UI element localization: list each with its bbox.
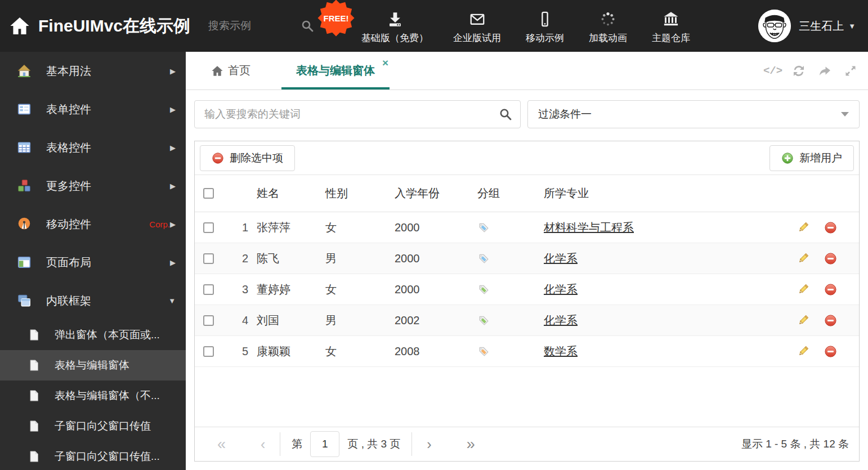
search-icon[interactable] [499, 108, 512, 121]
filter-select[interactable]: 过滤条件一 [527, 100, 860, 128]
row-checkbox[interactable] [203, 222, 214, 233]
cell-name: 张萍萍 [248, 220, 319, 235]
cell-name: 董婷婷 [248, 282, 319, 297]
records-summary: 显示 1 - 5 条 , 共 12 条 [741, 437, 849, 451]
chevron-right-icon: ▶ [170, 67, 176, 75]
table-row: 5 康颖颖 女 2008 数学系 [195, 336, 859, 367]
table-empty-area [195, 367, 859, 427]
select-all-checkbox[interactable] [203, 188, 214, 199]
edit-icon[interactable] [797, 252, 809, 265]
nav-item-mobile-demo[interactable]: 移动示例 [526, 7, 564, 44]
nav-label: 基础版（免费） [361, 32, 428, 44]
home-icon [9, 15, 30, 37]
share-icon[interactable] [817, 64, 832, 78]
sidebar-item-label: 更多控件 [46, 178, 170, 194]
sidebar-item-page-layout[interactable]: 页面布局 ▶ [0, 243, 186, 281]
brand[interactable]: FineUIMvc在线示例 [0, 15, 190, 38]
major-link[interactable]: 化学系 [544, 314, 578, 326]
nav-label: 加载动画 [589, 32, 627, 44]
sidebar-item-grid-controls[interactable]: 表格控件 ▶ [0, 128, 186, 167]
delete-icon[interactable] [824, 314, 837, 327]
prev-page-button[interactable]: ‹ [254, 437, 272, 451]
major-link[interactable]: 化学系 [544, 283, 578, 296]
next-page-button[interactable]: › [420, 437, 438, 451]
sidebar-subitem-popup-window[interactable]: 弹出窗体（本页面或... [0, 320, 186, 350]
table-row: 4 刘国 男 2002 化学系 [195, 305, 859, 336]
chevron-right-icon: ▶ [170, 144, 176, 152]
page-input[interactable] [310, 431, 339, 457]
tag-icon [477, 252, 490, 265]
refresh-icon[interactable] [791, 64, 806, 78]
pagination-bar: « ‹ 第 页 , 共 3 页 › » 显示 1 - 5 条 , 共 12 条 [195, 427, 859, 461]
nav-label: 企业版试用 [453, 32, 501, 44]
cubes-icon [17, 178, 32, 193]
sidebar-item-inline-frame[interactable]: 内联框架 ▼ [0, 281, 186, 320]
nav-item-loading-animation[interactable]: 加载动画 [589, 7, 627, 44]
edit-icon[interactable] [797, 221, 809, 234]
edit-icon[interactable] [797, 345, 809, 358]
row-checkbox[interactable] [203, 346, 214, 357]
close-icon[interactable]: × [382, 57, 388, 68]
sidebar-subitem-child-to-parent[interactable]: 子窗口向父窗口传值 [0, 411, 186, 441]
app-title: FineUIMvc在线示例 [38, 15, 190, 38]
column-header-name[interactable]: 姓名 [248, 186, 319, 201]
row-checkbox[interactable] [203, 315, 214, 326]
header-search-input[interactable] [208, 20, 293, 32]
major-link[interactable]: 化学系 [544, 252, 578, 265]
add-user-button[interactable]: 新增用户 [769, 145, 854, 171]
delete-icon[interactable] [824, 221, 837, 234]
chevron-right-icon: ▶ [170, 220, 176, 229]
sidebar-subitem-grid-edit-window-2[interactable]: 表格与编辑窗体（不... [0, 381, 186, 411]
cell-row-number: 5 [229, 345, 248, 358]
file-icon [28, 328, 40, 342]
delete-icon[interactable] [824, 283, 837, 296]
nav-item-enterprise-trial[interactable]: 企业版试用 [453, 7, 501, 44]
cell-year: 2008 [386, 345, 471, 358]
edit-icon[interactable] [797, 314, 809, 327]
sidebar-subitem-label: 子窗口向父窗口传值 [55, 419, 151, 433]
caret-down-icon [841, 112, 849, 117]
bank-icon [663, 11, 679, 28]
nav-item-basic-download[interactable]: FREE! 基础版（免费） [361, 7, 428, 44]
user-menu[interactable]: 三生石上 ▼ [758, 10, 856, 42]
tab-grid-edit-window[interactable]: 表格与编辑窗体 × [281, 52, 390, 89]
tab-home[interactable]: 首页 [205, 52, 256, 89]
keyword-search-input[interactable] [204, 108, 499, 120]
cell-gender: 男 [319, 313, 386, 328]
wireless-icon [17, 217, 32, 231]
column-header-major[interactable]: 所学专业 [535, 186, 788, 201]
sidebar-subitem-child-to-parent-2[interactable]: 子窗口向父窗口传值... [0, 441, 186, 470]
sidebar-item-form-controls[interactable]: 表单控件 ▶ [0, 90, 186, 128]
code-icon[interactable]: </> [766, 64, 780, 78]
grid-panel: 删除选中项 新增用户 姓名 性别 入学年份 分组 所学专业 1 张萍萍 女 [194, 141, 860, 462]
major-link[interactable]: 数学系 [544, 345, 578, 357]
nav-item-theme-repo[interactable]: 主题仓库 [652, 7, 690, 44]
cell-year: 2002 [386, 314, 471, 327]
column-header-gender[interactable]: 性别 [319, 186, 386, 201]
row-checkbox[interactable] [203, 284, 214, 295]
last-page-button[interactable]: » [460, 437, 482, 452]
table-header: 姓名 性别 入学年份 分组 所学专业 [195, 175, 859, 212]
button-label: 删除选中项 [230, 151, 283, 165]
first-page-button[interactable]: « [211, 437, 232, 452]
sidebar-item-mobile-controls[interactable]: 移动控件 Corp. ▶ [0, 205, 186, 243]
delete-icon[interactable] [824, 252, 837, 265]
cell-gender: 女 [319, 344, 386, 359]
delete-icon[interactable] [824, 345, 837, 358]
sidebar-subitem-grid-edit-window[interactable]: 表格与编辑窗体 [0, 350, 186, 381]
delete-selected-button[interactable]: 删除选中项 [200, 145, 295, 171]
cell-gender: 女 [319, 282, 386, 297]
sidebar-item-basic-usage[interactable]: 基本用法 ▶ [0, 52, 186, 90]
sidebar-item-more-controls[interactable]: 更多控件 ▶ [0, 167, 186, 205]
avatar [758, 10, 791, 42]
search-icon[interactable] [301, 19, 314, 33]
cell-name: 陈飞 [248, 251, 319, 266]
column-header-year[interactable]: 入学年份 [386, 186, 471, 201]
major-link[interactable]: 材料科学与工程系 [544, 221, 634, 234]
expand-icon[interactable] [843, 64, 858, 78]
row-checkbox[interactable] [203, 253, 214, 264]
app-header: FineUIMvc在线示例 FREE! 基础版（免费） 企业版试用 [0, 0, 868, 52]
divider [411, 432, 412, 456]
edit-icon[interactable] [797, 283, 809, 296]
column-header-group[interactable]: 分组 [471, 186, 535, 201]
